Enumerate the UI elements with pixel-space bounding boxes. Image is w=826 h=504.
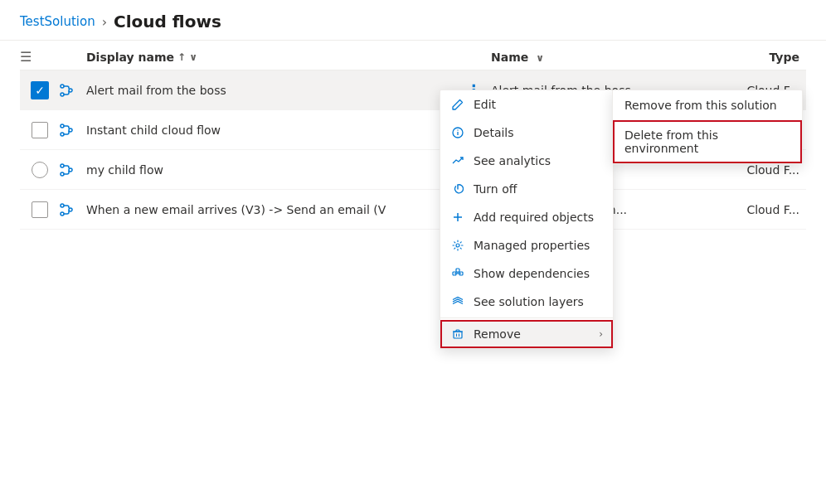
gear-icon (450, 238, 465, 253)
row-4-flow-icon (60, 203, 86, 216)
pencil-icon (450, 97, 465, 112)
select-all-icon[interactable]: ☰ (20, 49, 32, 65)
breadcrumb-parent[interactable]: TestSolution (20, 14, 95, 29)
menu-item-analytics[interactable]: See analytics (440, 147, 613, 175)
unchecked-icon (32, 201, 48, 218)
svg-point-14 (457, 129, 458, 130)
solution-layers-label: See solution layers (474, 295, 603, 308)
submenu-item-delete-env[interactable]: Delete from this environment (613, 120, 802, 163)
menu-item-dependencies[interactable]: Show dependencies (440, 259, 613, 288)
row-4-type: Cloud F... (723, 203, 806, 216)
menu-item-managed[interactable]: Managed properties (440, 231, 613, 259)
row-3-type: Cloud F... (723, 163, 806, 177)
header-type: Type (723, 51, 806, 64)
header-name: Name ∨ (491, 51, 723, 64)
row-1-flow-icon (60, 84, 86, 97)
svg-point-17 (456, 244, 459, 247)
context-menu: Edit Details See analytics Turn off Add … (440, 90, 614, 349)
menu-item-solution-layers[interactable]: See solution layers (440, 288, 613, 316)
menu-item-details[interactable]: Details (440, 119, 613, 147)
sort-desc-icon[interactable]: ∨ (189, 51, 197, 63)
layers-icon (450, 294, 465, 309)
power-icon (450, 182, 465, 196)
row-2-display-name: Instant child cloud flow (86, 124, 458, 137)
managed-label: Managed properties (474, 239, 603, 252)
breadcrumb: TestSolution › Cloud flows (20, 12, 806, 32)
checked-icon: ✓ (31, 81, 49, 99)
svg-point-2 (61, 93, 64, 96)
remove-solution-label: Remove from this solution (624, 99, 777, 112)
chart-icon (450, 153, 465, 168)
svg-point-8 (61, 172, 64, 176)
display-name-label: Display name (86, 51, 174, 64)
name-label: Name (491, 51, 528, 64)
analytics-label: See analytics (474, 154, 603, 167)
header: TestSolution › Cloud flows (0, 0, 826, 41)
turnoff-label: Turn off (474, 182, 603, 196)
remove-label: Remove (474, 327, 590, 341)
table-header: ☰ Display name ↑ ∨ Name ∨ Type (20, 41, 806, 70)
unchecked-icon (32, 122, 48, 138)
chevron-right-icon: › (599, 328, 603, 340)
row-3-checkbox[interactable] (20, 162, 60, 178)
breadcrumb-separator: › (102, 14, 107, 30)
delete-env-label: Delete from this environment (624, 128, 790, 155)
menu-item-remove[interactable]: Remove › (440, 320, 613, 348)
menu-item-add-required[interactable]: Add required objects (440, 203, 613, 231)
row-1-checkbox[interactable]: ✓ (20, 81, 60, 99)
row-2-flow-icon (60, 124, 86, 137)
menu-item-turnoff[interactable]: Turn off (440, 175, 613, 203)
menu-divider (440, 317, 613, 318)
submenu-item-remove-solution[interactable]: Remove from this solution (613, 90, 802, 120)
svg-rect-24 (454, 332, 462, 338)
svg-point-9 (61, 204, 64, 207)
svg-point-0 (61, 85, 64, 88)
page-title: Cloud flows (114, 12, 221, 32)
row-2-checkbox[interactable] (20, 122, 60, 138)
svg-rect-19 (456, 269, 459, 272)
plus-icon (450, 210, 465, 225)
svg-point-11 (61, 212, 64, 216)
row-1-display-name: Alert mail from the boss (86, 84, 458, 97)
submenu: Remove from this solution Delete from th… (612, 90, 803, 164)
dependencies-label: Show dependencies (474, 267, 603, 280)
header-check-col: ☰ (20, 49, 60, 65)
row-3-flow-icon (60, 163, 86, 177)
menu-item-edit[interactable]: Edit (440, 90, 613, 119)
row-4-checkbox[interactable] (20, 201, 60, 218)
info-circle-icon (450, 125, 465, 140)
name-sort-icon[interactable]: ∨ (536, 52, 544, 64)
row-4-display-name: When a new email arrives (V3) -> Send an… (86, 203, 458, 216)
trash-icon (450, 327, 465, 342)
circle-checkbox-icon (32, 162, 48, 178)
table-row[interactable]: When a new email arrives (V3) -> Send an… (20, 190, 806, 230)
svg-point-6 (61, 164, 64, 167)
header-display-name: Display name ↑ ∨ (86, 51, 458, 64)
edit-label: Edit (474, 98, 603, 111)
row-3-display-name: my child flow (86, 163, 458, 177)
svg-point-5 (61, 133, 64, 136)
sort-asc-icon[interactable]: ↑ (177, 51, 186, 63)
svg-point-3 (61, 124, 64, 128)
add-required-label: Add required objects (474, 211, 603, 224)
deps-icon (450, 266, 465, 281)
details-label: Details (474, 126, 603, 139)
